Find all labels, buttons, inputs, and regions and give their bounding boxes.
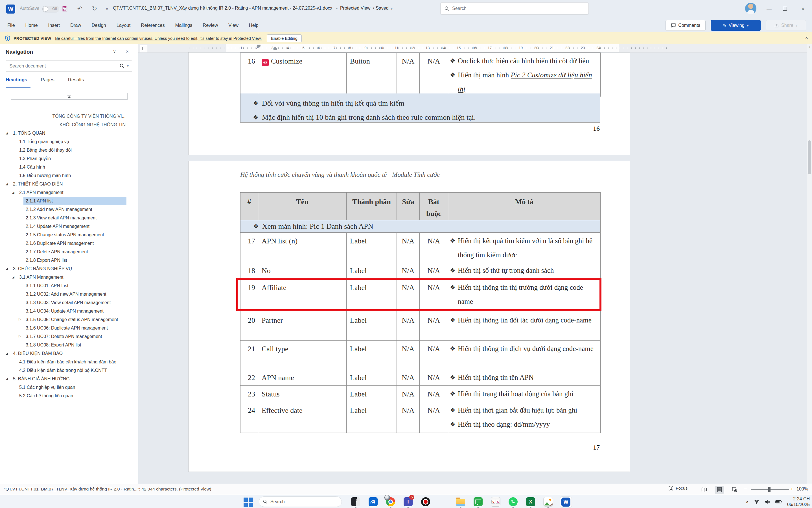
enable-editing-button[interactable]: Enable Editing (267, 35, 302, 42)
sidebar-item[interactable]: 2.1.7 Delete APN management (0, 248, 138, 256)
scrollbar-thumb[interactable] (808, 140, 811, 174)
document-search-input[interactable]: Search document ∨ (6, 60, 132, 72)
tablet-app-icon[interactable] (350, 497, 361, 507)
ribbon-tab-help[interactable]: Help (249, 22, 259, 29)
sidebar-item[interactable]: ◢3. CHỨC NĂNG NGHIỆP VỤ (0, 265, 138, 273)
save-button[interactable] (60, 4, 70, 13)
protected-view-message[interactable]: Be careful—files from the Internet can c… (55, 36, 262, 41)
ribbon-tab-draw[interactable]: Draw (70, 22, 82, 29)
restore-button[interactable] (778, 3, 792, 14)
sidebar-item[interactable]: 4.1 Điều kiện đảm bảo cần khách hàng đảm… (0, 358, 138, 366)
clock[interactable]: 2:24 CH 06/10/2025 (787, 496, 810, 507)
start-button[interactable] (243, 497, 253, 507)
screen-recorder-icon[interactable] (420, 497, 431, 507)
expand-collapse-icon[interactable]: ◢ (6, 183, 8, 185)
pane-collapse-icon[interactable]: ∨ (113, 49, 116, 54)
word-icon[interactable]: W (560, 497, 572, 508)
translator-app-icon[interactable]: ∕A (367, 497, 379, 507)
scroll-up-icon[interactable]: ∧ (807, 45, 812, 49)
share-button[interactable]: Share ∨ (766, 20, 806, 31)
redo-button[interactable]: ↻ (90, 4, 99, 13)
undo-button[interactable]: ↶ (75, 4, 85, 13)
teams-icon[interactable]: T5 (402, 497, 414, 507)
sidebar-item[interactable]: 3.1.6 UC06: Duplicate APN management (0, 324, 138, 332)
sidebar-item[interactable]: 1.3 Phân quyền (0, 155, 138, 163)
sidebar-item[interactable]: 3.1.3 UC03: View detail APN management (0, 298, 138, 307)
sidebar-item[interactable]: 3.1.1 UC01: APN List (0, 282, 138, 290)
comments-button[interactable]: Comments (666, 20, 706, 31)
focus-mode-button[interactable]: Focus (668, 486, 687, 491)
sidebar-item[interactable]: 5.2 Các hệ thống liên quan (0, 392, 138, 400)
battery-icon[interactable] (775, 500, 782, 504)
expand-collapse-icon[interactable]: ◢ (6, 352, 8, 355)
vertical-scrollbar[interactable]: ∧ (807, 44, 812, 484)
whatsapp-icon[interactable] (507, 497, 519, 507)
sidebar-item[interactable]: 1.1 Tổng quan nghiệp vụ (0, 137, 138, 146)
expand-collapse-icon[interactable]: ◢ (6, 267, 8, 270)
ribbon-tab-insert[interactable]: Insert (48, 22, 60, 29)
excel-icon[interactable]: X (525, 497, 536, 507)
nav-tab-results[interactable]: Results (68, 77, 84, 87)
close-button[interactable]: × (797, 3, 809, 14)
sidebar-item[interactable]: ◢2. THIẾT KẾ GIAO DIỆN (0, 180, 138, 188)
first-line-indent-marker[interactable] (257, 45, 261, 46)
ribbon-tab-view[interactable]: View (228, 22, 239, 29)
sidebar-item[interactable]: 1.5 Điều hướng màn hình (0, 171, 138, 180)
sidebar-item[interactable]: 3.1.8 UC08: Export APN list (0, 341, 138, 349)
document-page[interactable]: Hệ thống tính cước chuyển vùng và thanh … (188, 161, 630, 472)
ribbon-tab-home[interactable]: Home (25, 22, 38, 29)
sidebar-item[interactable]: ◢2.1 APN management (0, 188, 138, 197)
volume-muted-icon[interactable] (765, 500, 770, 504)
minimize-button[interactable]: — (763, 3, 776, 14)
zoom-slider-thumb[interactable] (768, 487, 770, 492)
hanging-indent-marker[interactable] (273, 48, 277, 50)
sidebar-item[interactable]: KHỐI CÔNG NGHỆ THÔNG TIN (0, 121, 138, 129)
sidebar-item[interactable]: 2.1.1 APN list (0, 197, 138, 205)
sidebar-item[interactable]: ◢3.1 APN Management (0, 273, 138, 282)
ribbon-tab-mailings[interactable]: Mailings (175, 22, 193, 29)
ribbon-tab-file[interactable]: File (7, 22, 15, 29)
expand-collapse-icon[interactable]: ◢ (6, 132, 8, 135)
photos-icon[interactable] (542, 497, 554, 507)
jump-to-top-control[interactable] (11, 93, 128, 100)
nav-tab-pages[interactable]: Pages (41, 77, 54, 87)
sidebar-item[interactable]: 3.1.4 UC04: Update APN management (0, 307, 138, 315)
search-options-chevron-icon[interactable]: ∨ (127, 64, 129, 68)
sidebar-item[interactable]: 3.1.2 UC02: Add new APN management (0, 290, 138, 298)
nav-tab-headings[interactable]: Headings (6, 77, 28, 87)
pane-close-icon[interactable]: × (126, 49, 129, 54)
web-layout-button[interactable] (730, 486, 739, 494)
chrome-browser-icon[interactable] (385, 497, 396, 507)
qat-customize-icon[interactable]: ∨ (102, 4, 112, 13)
expand-collapse-icon[interactable]: ▷ (18, 335, 21, 338)
sidebar-item[interactable]: 2.1.3 View detail APN management (0, 214, 138, 222)
wifi-icon[interactable] (754, 500, 760, 504)
sidebar-item[interactable]: 2.1.6 Duplicate APN management (0, 239, 138, 248)
read-mode-button[interactable] (700, 486, 709, 494)
sidebar-item[interactable]: 1.4 Cấu hình (0, 163, 138, 171)
file-explorer-icon[interactable] (455, 497, 466, 507)
sidebar-item[interactable]: ◢5. ĐÁNH GIÁ ẢNH HƯỞNG (0, 375, 138, 383)
ribbon-tab-layout[interactable]: Layout (116, 22, 131, 29)
autosave-toggle[interactable]: Off (42, 6, 59, 12)
sidebar-item[interactable]: 2.1.8 Export APN list (0, 256, 138, 265)
document-page[interactable]: 16 Customize Button N/A N/A ❖Onclick thự… (188, 52, 630, 155)
print-layout-button[interactable] (715, 486, 724, 494)
sidebar-item[interactable]: 1.2 Bảng theo dõi thay đổi (0, 146, 138, 155)
sidebar-item[interactable]: ▷3.1.5 UC05: Change status APN managemen… (0, 315, 138, 324)
zoom-percentage[interactable]: 100% (797, 486, 808, 492)
dismiss-bar-close-icon[interactable]: × (805, 35, 808, 41)
tray-expand-chevron-icon[interactable]: ∧ (746, 499, 749, 504)
expand-collapse-icon[interactable]: ◢ (12, 276, 14, 279)
expand-collapse-icon[interactable]: ◢ (12, 191, 14, 194)
ribbon-tab-design[interactable]: Design (91, 22, 106, 29)
zoom-in-button[interactable]: + (790, 486, 794, 492)
user-avatar[interactable] (745, 3, 756, 14)
sidebar-item[interactable]: 5.1 Các nghiệp vụ liên quan (0, 383, 138, 392)
expand-collapse-icon[interactable]: ▷ (18, 318, 21, 321)
sidebar-item[interactable]: ▷3.1.7 UC07: Delete APN management (0, 332, 138, 341)
sidebar-item[interactable]: ◢1. TỔNG QUAN (0, 129, 138, 137)
sidebar-item[interactable]: 2.1.5 Change status APN management (0, 231, 138, 239)
unikey-icon[interactable]: UK (490, 497, 501, 507)
ribbon-tab-references[interactable]: References (140, 22, 165, 29)
